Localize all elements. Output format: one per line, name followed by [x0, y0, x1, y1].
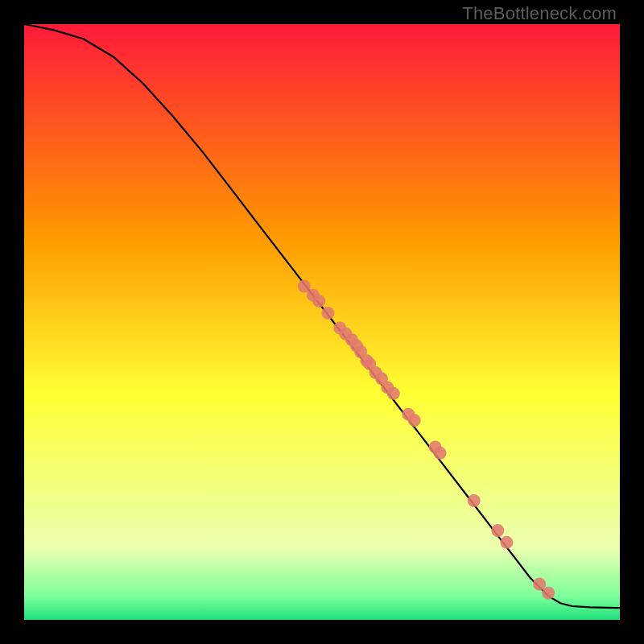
- data-point: [434, 447, 447, 460]
- data-point: [491, 524, 504, 537]
- data-point: [500, 536, 513, 549]
- chart-frame: [24, 24, 620, 620]
- chart-svg: [24, 24, 620, 620]
- data-point: [321, 307, 334, 320]
- data-point: [312, 295, 325, 308]
- data-point: [387, 387, 400, 400]
- gradient-background: [24, 24, 620, 620]
- watermark-text: TheBottleneck.com: [462, 3, 617, 24]
- data-point: [468, 494, 481, 507]
- data-point: [408, 414, 421, 427]
- data-point: [542, 587, 555, 600]
